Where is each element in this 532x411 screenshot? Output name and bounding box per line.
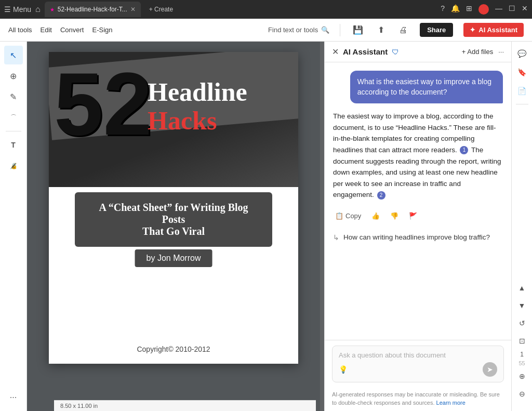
tool-separator bbox=[6, 131, 21, 131]
ai-response: The easiest way to improve a blog, accor… bbox=[333, 111, 503, 201]
ai-response-actions: 📋 Copy 👍 👎 🚩 bbox=[333, 208, 503, 224]
browser-tab[interactable]: ★ 52-Headline-Hack-for-T... ✕ bbox=[45, 2, 141, 17]
cover-headline-text: Headline Hacks bbox=[148, 78, 247, 135]
stamp-tool-button[interactable]: 🔏 bbox=[4, 156, 23, 175]
citation-1[interactable]: 1 bbox=[460, 146, 468, 154]
save-icon[interactable]: 💾 bbox=[351, 23, 365, 37]
pages-panel-button[interactable]: 📄 bbox=[514, 83, 530, 99]
ai-panel: ✕ AI Assistant 🛡 + Add files ··· What is… bbox=[324, 42, 511, 411]
user-message: What is the easiest way to improve a blo… bbox=[350, 71, 503, 103]
right-tool-separator bbox=[516, 104, 528, 104]
current-page: 1 bbox=[520, 351, 524, 358]
more-tools-button[interactable]: ··· bbox=[4, 388, 23, 407]
refresh-button[interactable]: ↺ bbox=[514, 315, 530, 331]
tab-close-button[interactable]: ✕ bbox=[130, 6, 136, 13]
upload-icon[interactable]: ⬆ bbox=[376, 23, 387, 37]
search-bar[interactable]: Find text or tools 🔍 bbox=[268, 26, 329, 34]
ai-disclaimer: AI-generated responses may be inaccurate… bbox=[325, 388, 511, 411]
send-button[interactable]: ➤ bbox=[483, 362, 497, 377]
browser-bar: ☰ Menu ⌂ ★ 52-Headline-Hack-for-T... ✕ +… bbox=[0, 0, 532, 19]
flag-button[interactable]: 🚩 bbox=[407, 210, 419, 222]
thumbs-down-button[interactable]: 👎 bbox=[388, 210, 401, 222]
edit-menu[interactable]: Edit bbox=[41, 26, 52, 34]
page-navigation: ▲ ▼ ↺ ⊡ 1 55 ⊕ ⊖ bbox=[514, 280, 530, 407]
bookmarks-panel-button[interactable]: 🔖 bbox=[514, 64, 530, 80]
ai-input-footer: 💡 ➤ bbox=[339, 362, 497, 377]
cover-author-box: by Jon Morrow bbox=[135, 249, 212, 267]
main-area: ↖ ⊕ ✎ ⌒ T 🔏 ··· 52 Headline bbox=[0, 42, 532, 411]
zoom-in-button[interactable]: ⊕ bbox=[514, 368, 530, 384]
send-icon: ➤ bbox=[487, 365, 493, 374]
scroll-up-button[interactable]: ▲ bbox=[514, 280, 530, 296]
cover-copyright: Copyright© 2010-2012 bbox=[137, 345, 210, 353]
cursor-tool-button[interactable]: ↖ bbox=[4, 46, 23, 64]
ai-panel-actions: + Add files ··· bbox=[462, 48, 504, 56]
citation-2[interactable]: 2 bbox=[377, 191, 385, 200]
thumbs-down-icon: 👎 bbox=[390, 212, 398, 220]
cover-author: by Jon Morrow bbox=[147, 254, 201, 263]
convert-menu[interactable]: Convert bbox=[60, 26, 84, 34]
pen-tool-button[interactable]: ✎ bbox=[4, 87, 23, 106]
cover-subtitle-box: A “Cheat Sheet” for Writing Blog Posts T… bbox=[75, 192, 272, 247]
toolbar-nav: All tools Edit Convert E-Sign bbox=[8, 26, 113, 34]
ai-assistant-button[interactable]: ✦ AI Assistant bbox=[463, 23, 524, 37]
ai-icon: ✦ bbox=[470, 26, 475, 34]
ai-panel-header: ✕ AI Assistant 🛡 + Add files ··· bbox=[325, 42, 511, 62]
minimize-button[interactable]: — bbox=[495, 4, 502, 15]
pdf-page: 52 Headline Hacks A “Cheat Sheet” for Wr… bbox=[49, 52, 298, 364]
toolbar-divider bbox=[340, 24, 340, 36]
browser-controls: ? 🔔 ⊞ — ☐ ✕ bbox=[441, 4, 528, 15]
more-options-icon[interactable]: ··· bbox=[498, 48, 504, 56]
status-bar: 8.50 x 11.00 in bbox=[54, 400, 316, 411]
thumbs-up-button[interactable]: 👍 bbox=[369, 210, 382, 222]
followup-arrow-icon: ↳ bbox=[333, 233, 339, 242]
ai-input-area: Ask a question about this document 💡 ➤ bbox=[325, 340, 511, 388]
esign-menu[interactable]: E-Sign bbox=[92, 26, 112, 34]
comments-panel-button[interactable]: 💬 bbox=[514, 46, 530, 61]
home-button[interactable]: ⌂ bbox=[35, 5, 41, 14]
share-button[interactable]: Share bbox=[420, 23, 453, 37]
cover-headline-word: Headline bbox=[148, 78, 247, 107]
cover-subtitle-line2: That Go Viral bbox=[90, 226, 257, 237]
cover-hacks-word: Hacks bbox=[148, 107, 247, 135]
app-toolbar: All tools Edit Convert E-Sign Find text … bbox=[0, 19, 532, 42]
shape-tool-button[interactable]: ⌒ bbox=[4, 108, 23, 127]
copy-icon: 📋 bbox=[335, 212, 343, 220]
suggestions-icon[interactable]: 💡 bbox=[339, 365, 348, 374]
close-ai-panel-button[interactable]: ✕ bbox=[332, 47, 339, 57]
thumbs-up-icon: 👍 bbox=[371, 212, 380, 220]
zoom-tool-button[interactable]: ⊕ bbox=[4, 67, 23, 85]
scroll-down-button[interactable]: ▼ bbox=[514, 298, 530, 313]
maximize-button[interactable]: ☐ bbox=[509, 4, 515, 15]
zoom-out-button[interactable]: ⊖ bbox=[514, 386, 530, 402]
text-tool-button[interactable]: T bbox=[4, 136, 23, 154]
ai-input-placeholder: Ask a question about this document bbox=[339, 351, 497, 359]
learn-more-link[interactable]: Learn more bbox=[436, 400, 466, 406]
apps-icon[interactable]: ⊞ bbox=[466, 4, 472, 15]
search-label: Find text or tools bbox=[268, 26, 318, 34]
ai-input-box[interactable]: Ask a question about this document 💡 ➤ bbox=[332, 346, 504, 382]
notifications-icon[interactable]: 🔔 bbox=[451, 4, 460, 15]
add-files-button[interactable]: + Add files bbox=[462, 48, 493, 56]
right-toolbar: 💬 🔖 📄 ▲ ▼ ↺ ⊡ 1 55 ⊕ ⊖ bbox=[511, 42, 532, 411]
center-scrollbar-thumb bbox=[320, 42, 324, 411]
center-divider[interactable] bbox=[320, 42, 324, 411]
tab-icon: ★ bbox=[50, 7, 55, 12]
menu-button[interactable]: ☰ Menu bbox=[4, 5, 31, 14]
followup-question[interactable]: ↳ How can writing headlines improve blog… bbox=[333, 231, 503, 244]
fit-page-button[interactable]: ⊡ bbox=[514, 333, 530, 349]
close-button[interactable]: ✕ bbox=[522, 4, 528, 15]
print-icon[interactable]: 🖨 bbox=[397, 23, 409, 37]
pdf-cover: 52 Headline Hacks A “Cheat Sheet” for Wr… bbox=[49, 52, 298, 364]
copy-button[interactable]: 📋 Copy bbox=[333, 210, 363, 222]
ai-panel-body: What is the easiest way to improve a blo… bbox=[325, 62, 511, 340]
all-tools-menu[interactable]: All tools bbox=[8, 26, 32, 34]
avatar[interactable] bbox=[478, 4, 489, 15]
search-icon: 🔍 bbox=[321, 26, 329, 34]
shield-icon: 🛡 bbox=[392, 48, 399, 56]
cover-number: 52 bbox=[54, 60, 152, 148]
ai-panel-title: AI Assistant bbox=[343, 47, 388, 56]
new-tab-button[interactable]: + Create bbox=[145, 4, 177, 15]
pdf-viewer: 52 Headline Hacks A “Cheat Sheet” for Wr… bbox=[27, 42, 320, 411]
help-icon[interactable]: ? bbox=[441, 4, 445, 15]
